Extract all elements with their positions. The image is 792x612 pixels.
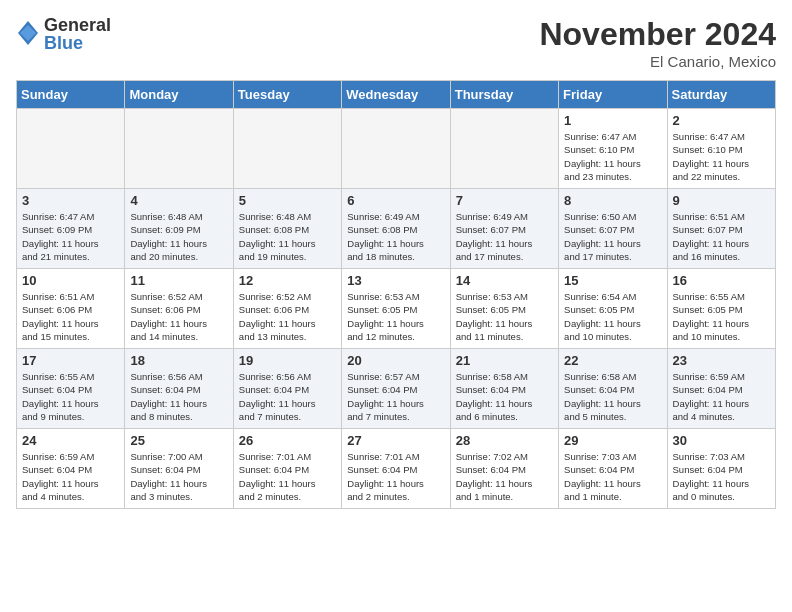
calendar-day: 6Sunrise: 6:49 AM Sunset: 6:08 PM Daylig… [342,189,450,269]
calendar-day [17,109,125,189]
day-number: 16 [673,273,770,288]
day-info: Sunrise: 7:01 AM Sunset: 6:04 PM Dayligh… [347,450,444,503]
calendar-day: 3Sunrise: 6:47 AM Sunset: 6:09 PM Daylig… [17,189,125,269]
calendar-day: 20Sunrise: 6:57 AM Sunset: 6:04 PM Dayli… [342,349,450,429]
day-info: Sunrise: 6:51 AM Sunset: 6:06 PM Dayligh… [22,290,119,343]
day-number: 21 [456,353,553,368]
title-area: November 2024 El Canario, Mexico [539,16,776,70]
calendar-day: 27Sunrise: 7:01 AM Sunset: 6:04 PM Dayli… [342,429,450,509]
day-info: Sunrise: 7:03 AM Sunset: 6:04 PM Dayligh… [564,450,661,503]
day-number: 13 [347,273,444,288]
day-number: 24 [22,433,119,448]
calendar-day: 23Sunrise: 6:59 AM Sunset: 6:04 PM Dayli… [667,349,775,429]
calendar-day: 28Sunrise: 7:02 AM Sunset: 6:04 PM Dayli… [450,429,558,509]
day-number: 25 [130,433,227,448]
header: General Blue November 2024 El Canario, M… [16,16,776,70]
calendar-day: 8Sunrise: 6:50 AM Sunset: 6:07 PM Daylig… [559,189,667,269]
day-info: Sunrise: 6:47 AM Sunset: 6:10 PM Dayligh… [564,130,661,183]
day-info: Sunrise: 6:49 AM Sunset: 6:08 PM Dayligh… [347,210,444,263]
calendar-day: 16Sunrise: 6:55 AM Sunset: 6:05 PM Dayli… [667,269,775,349]
month-title: November 2024 [539,16,776,53]
calendar-day: 25Sunrise: 7:00 AM Sunset: 6:04 PM Dayli… [125,429,233,509]
day-number: 19 [239,353,336,368]
day-number: 18 [130,353,227,368]
day-info: Sunrise: 6:52 AM Sunset: 6:06 PM Dayligh… [239,290,336,343]
day-info: Sunrise: 7:00 AM Sunset: 6:04 PM Dayligh… [130,450,227,503]
calendar-day: 26Sunrise: 7:01 AM Sunset: 6:04 PM Dayli… [233,429,341,509]
logo-general-text: General [44,16,111,34]
logo: General Blue [16,16,111,52]
day-info: Sunrise: 6:55 AM Sunset: 6:05 PM Dayligh… [673,290,770,343]
calendar-day: 18Sunrise: 6:56 AM Sunset: 6:04 PM Dayli… [125,349,233,429]
day-number: 3 [22,193,119,208]
day-info: Sunrise: 6:50 AM Sunset: 6:07 PM Dayligh… [564,210,661,263]
calendar-day [342,109,450,189]
calendar-week-row: 24Sunrise: 6:59 AM Sunset: 6:04 PM Dayli… [17,429,776,509]
day-number: 23 [673,353,770,368]
calendar-day [125,109,233,189]
day-number: 8 [564,193,661,208]
calendar-header-wednesday: Wednesday [342,81,450,109]
calendar-day: 5Sunrise: 6:48 AM Sunset: 6:08 PM Daylig… [233,189,341,269]
calendar-day: 7Sunrise: 6:49 AM Sunset: 6:07 PM Daylig… [450,189,558,269]
day-number: 26 [239,433,336,448]
calendar-day: 12Sunrise: 6:52 AM Sunset: 6:06 PM Dayli… [233,269,341,349]
day-number: 28 [456,433,553,448]
logo-icon [18,19,38,49]
calendar-day: 24Sunrise: 6:59 AM Sunset: 6:04 PM Dayli… [17,429,125,509]
day-info: Sunrise: 6:55 AM Sunset: 6:04 PM Dayligh… [22,370,119,423]
day-info: Sunrise: 6:47 AM Sunset: 6:09 PM Dayligh… [22,210,119,263]
calendar-table: SundayMondayTuesdayWednesdayThursdayFrid… [16,80,776,509]
day-number: 27 [347,433,444,448]
day-info: Sunrise: 6:56 AM Sunset: 6:04 PM Dayligh… [130,370,227,423]
calendar-day: 13Sunrise: 6:53 AM Sunset: 6:05 PM Dayli… [342,269,450,349]
day-number: 15 [564,273,661,288]
calendar-day: 30Sunrise: 7:03 AM Sunset: 6:04 PM Dayli… [667,429,775,509]
day-info: Sunrise: 6:58 AM Sunset: 6:04 PM Dayligh… [564,370,661,423]
calendar-header-tuesday: Tuesday [233,81,341,109]
day-info: Sunrise: 6:57 AM Sunset: 6:04 PM Dayligh… [347,370,444,423]
day-info: Sunrise: 6:54 AM Sunset: 6:05 PM Dayligh… [564,290,661,343]
calendar-day: 14Sunrise: 6:53 AM Sunset: 6:05 PM Dayli… [450,269,558,349]
calendar-day: 11Sunrise: 6:52 AM Sunset: 6:06 PM Dayli… [125,269,233,349]
day-info: Sunrise: 6:56 AM Sunset: 6:04 PM Dayligh… [239,370,336,423]
calendar-day: 4Sunrise: 6:48 AM Sunset: 6:09 PM Daylig… [125,189,233,269]
day-number: 11 [130,273,227,288]
day-info: Sunrise: 6:47 AM Sunset: 6:10 PM Dayligh… [673,130,770,183]
calendar-header-saturday: Saturday [667,81,775,109]
calendar-day [450,109,558,189]
calendar-day: 15Sunrise: 6:54 AM Sunset: 6:05 PM Dayli… [559,269,667,349]
day-info: Sunrise: 6:59 AM Sunset: 6:04 PM Dayligh… [673,370,770,423]
day-number: 1 [564,113,661,128]
day-info: Sunrise: 6:58 AM Sunset: 6:04 PM Dayligh… [456,370,553,423]
calendar-day: 19Sunrise: 6:56 AM Sunset: 6:04 PM Dayli… [233,349,341,429]
calendar-week-row: 17Sunrise: 6:55 AM Sunset: 6:04 PM Dayli… [17,349,776,429]
calendar-day: 1Sunrise: 6:47 AM Sunset: 6:10 PM Daylig… [559,109,667,189]
logo-blue-text: Blue [44,34,111,52]
day-info: Sunrise: 6:48 AM Sunset: 6:08 PM Dayligh… [239,210,336,263]
calendar-week-row: 10Sunrise: 6:51 AM Sunset: 6:06 PM Dayli… [17,269,776,349]
day-info: Sunrise: 7:01 AM Sunset: 6:04 PM Dayligh… [239,450,336,503]
calendar-header-monday: Monday [125,81,233,109]
calendar-day: 29Sunrise: 7:03 AM Sunset: 6:04 PM Dayli… [559,429,667,509]
calendar-day: 17Sunrise: 6:55 AM Sunset: 6:04 PM Dayli… [17,349,125,429]
calendar-day: 2Sunrise: 6:47 AM Sunset: 6:10 PM Daylig… [667,109,775,189]
calendar-week-row: 3Sunrise: 6:47 AM Sunset: 6:09 PM Daylig… [17,189,776,269]
calendar-header-thursday: Thursday [450,81,558,109]
calendar-day [233,109,341,189]
day-info: Sunrise: 6:49 AM Sunset: 6:07 PM Dayligh… [456,210,553,263]
day-number: 20 [347,353,444,368]
day-info: Sunrise: 7:03 AM Sunset: 6:04 PM Dayligh… [673,450,770,503]
calendar-header-row: SundayMondayTuesdayWednesdayThursdayFrid… [17,81,776,109]
day-number: 6 [347,193,444,208]
day-number: 29 [564,433,661,448]
day-number: 22 [564,353,661,368]
calendar-day: 9Sunrise: 6:51 AM Sunset: 6:07 PM Daylig… [667,189,775,269]
calendar-header-sunday: Sunday [17,81,125,109]
day-info: Sunrise: 6:53 AM Sunset: 6:05 PM Dayligh… [456,290,553,343]
day-number: 2 [673,113,770,128]
location: El Canario, Mexico [539,53,776,70]
day-number: 7 [456,193,553,208]
day-number: 30 [673,433,770,448]
calendar-header-friday: Friday [559,81,667,109]
